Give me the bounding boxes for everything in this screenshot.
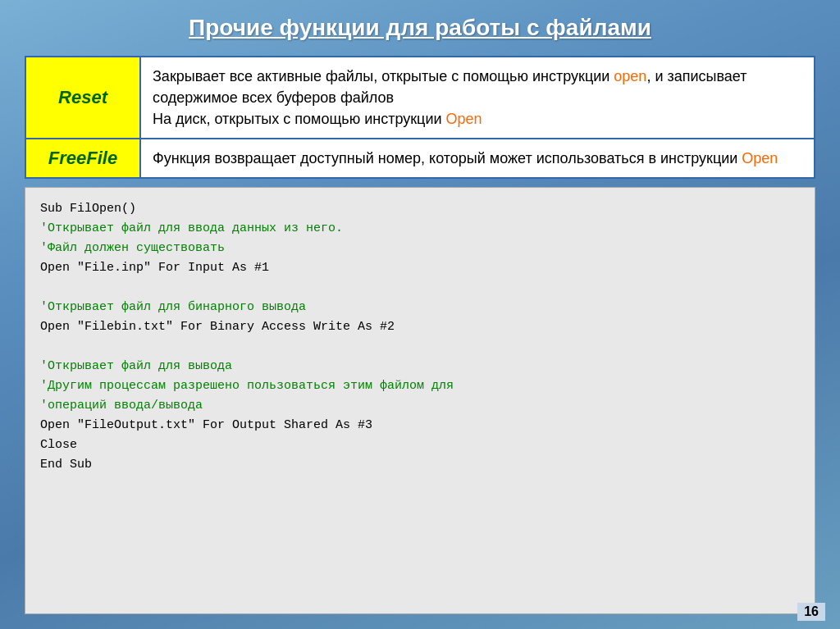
slide-container: Прочие функции для работы с файлами Rese… bbox=[0, 0, 840, 629]
code-line-10: 'Другим процессам разрешено пользоваться… bbox=[40, 376, 800, 396]
open-ref-3: Open bbox=[742, 150, 778, 166]
code-line-7: Open "Filebin.txt" For Binary Access Wri… bbox=[40, 317, 800, 337]
functions-table: Reset Закрывает все активные файлы, откр… bbox=[25, 56, 815, 179]
code-line-5 bbox=[40, 278, 800, 298]
table-row-reset: Reset Закрывает все активные файлы, откр… bbox=[26, 57, 814, 139]
slide-title: Прочие функции для работы с файлами bbox=[25, 15, 815, 41]
keyword-freefile: FreeFile bbox=[48, 148, 117, 169]
code-line-2: 'Открывает файл для ввода данных из него… bbox=[40, 219, 800, 239]
code-line-9: 'Открывает файл для вывода bbox=[40, 357, 800, 376]
code-line-3: 'Файл должен существовать bbox=[40, 239, 800, 258]
open-ref-2: Open bbox=[446, 111, 482, 127]
slide-number: 16 bbox=[797, 603, 825, 621]
code-line-8 bbox=[40, 337, 800, 357]
keyword-reset: Reset bbox=[58, 87, 107, 108]
code-line-1: Sub FilOpen() bbox=[40, 199, 800, 219]
keyword-cell-reset: Reset bbox=[26, 57, 141, 138]
keyword-cell-freefile: FreeFile bbox=[26, 139, 141, 177]
description-reset: Закрывает все активные файлы, открытые с… bbox=[141, 57, 814, 138]
open-ref-1: open bbox=[614, 68, 646, 84]
code-line-4: Open "File.inp" For Input As #1 bbox=[40, 258, 800, 278]
description-freefile: Функция возвращает доступный номер, кото… bbox=[141, 139, 814, 177]
code-line-11: 'операций ввода/вывода bbox=[40, 396, 800, 416]
code-line-6: 'Открывает файл для бинарного вывода bbox=[40, 298, 800, 317]
table-row-freefile: FreeFile Функция возвращает доступный но… bbox=[26, 139, 814, 177]
code-line-14: End Sub bbox=[40, 455, 800, 475]
code-line-12: Open "FileOutput.txt" For Output Shared … bbox=[40, 416, 800, 435]
code-line-13: Close bbox=[40, 435, 800, 455]
code-block: Sub FilOpen() 'Открывает файл для ввода … bbox=[25, 187, 815, 614]
